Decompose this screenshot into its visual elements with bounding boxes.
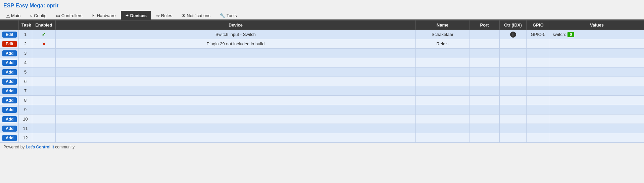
enabled-cell: ✓ [32, 30, 56, 39]
nav-label-controllers: Controllers [61, 13, 83, 18]
table-row: Add5 [0, 67, 644, 77]
ctr-idx-cell [500, 77, 527, 86]
add-button[interactable]: Add [2, 88, 17, 94]
port-cell [469, 124, 500, 133]
controllers-icon: ▭ [56, 13, 60, 18]
devices-icon: ✦ [125, 13, 129, 18]
nav-item-hardware[interactable]: ✂Hardware [87, 11, 120, 20]
table-row: Edit2✕Plugin 29 not included in buildRel… [0, 39, 644, 49]
device-label: Schakelaar [416, 30, 469, 39]
gpio-cell [527, 133, 550, 143]
device-name [56, 105, 416, 115]
task-number: 8 [19, 96, 32, 105]
row-btn-cell: Add [0, 115, 19, 124]
add-button[interactable]: Add [2, 116, 17, 122]
ctr-idx-cell [500, 96, 527, 105]
row-btn-cell: Add [0, 96, 19, 105]
nav-item-rules[interactable]: ⇒Rules [152, 11, 177, 20]
add-button[interactable]: Add [2, 107, 17, 113]
device-label [416, 67, 469, 77]
nav-label-rules: Rules [161, 13, 172, 18]
ctr-idx-cell [500, 67, 527, 77]
hardware-icon: ✂ [92, 13, 95, 18]
task-number: 4 [19, 58, 32, 67]
task-number: 10 [19, 115, 32, 124]
nav-label-config: Config [34, 13, 47, 18]
footer: Powered by Let's Control It community [0, 143, 644, 151]
add-button[interactable]: Add [2, 60, 17, 66]
device-label [416, 105, 469, 115]
enabled-cell [32, 67, 56, 77]
device-name [56, 49, 416, 58]
ctr-idx-cell [500, 49, 527, 58]
task-number: 5 [19, 67, 32, 77]
device-label: Relais [416, 39, 469, 49]
page-title: ESP Easy Mega: oprit [0, 0, 644, 10]
port-cell [469, 30, 500, 39]
device-label [416, 96, 469, 105]
ctr-idx-cell [500, 105, 527, 115]
nav-item-config[interactable]: ○Config [26, 11, 51, 20]
col-header-port: Port [469, 20, 500, 30]
nav-item-notifications[interactable]: ✉Notifications [177, 11, 215, 20]
port-cell [469, 67, 500, 77]
ctr-idx-cell [500, 39, 527, 49]
table-row: Add4 [0, 58, 644, 67]
ctr-idx-cell [500, 124, 527, 133]
device-name [56, 86, 416, 96]
config-icon: ○ [30, 13, 33, 18]
row-btn-cell: Add [0, 77, 19, 86]
table-row: Add12 [0, 133, 644, 143]
values-cell [550, 105, 644, 115]
values-cell [550, 86, 644, 96]
notifications-icon: ✉ [182, 13, 185, 18]
row-btn-cell: Edit [0, 39, 19, 49]
device-name [56, 133, 416, 143]
ctr-idx-cell [500, 115, 527, 124]
values-cell [550, 77, 644, 86]
nav-item-devices[interactable]: ✦Devices [121, 11, 151, 20]
row-btn-cell: Add [0, 124, 19, 133]
port-cell [469, 86, 500, 96]
nav-label-main: Main [11, 13, 20, 18]
gpio-cell [527, 115, 550, 124]
values-cell: switch:0 [550, 30, 644, 39]
add-button[interactable]: Add [2, 69, 17, 75]
enabled-cell [32, 133, 56, 143]
check-icon: ✓ [42, 32, 46, 37]
col-header-btn [0, 20, 19, 30]
add-button[interactable]: Add [2, 50, 17, 56]
nav-item-controllers[interactable]: ▭Controllers [52, 11, 87, 20]
gpio-cell [527, 58, 550, 67]
navigation: △Main○Config▭Controllers✂Hardware✦Device… [0, 10, 644, 20]
values-cell [550, 115, 644, 124]
task-number: 1 [19, 30, 32, 39]
table-row: Add9 [0, 105, 644, 115]
table-row: Edit1✓Switch input - SwitchSchakelaariGP… [0, 30, 644, 39]
add-button[interactable]: Add [2, 79, 17, 85]
edit-button[interactable]: Edit [2, 32, 17, 38]
values-cell [550, 49, 644, 58]
device-name: Switch input - Switch [56, 30, 416, 39]
footer-link[interactable]: Let's Control It [26, 145, 54, 149]
add-button[interactable]: Add [2, 126, 17, 132]
port-cell [469, 115, 500, 124]
table-row: Add8 [0, 96, 644, 105]
table-row: Add10 [0, 115, 644, 124]
table-row: Add3 [0, 49, 644, 58]
task-number: 2 [19, 39, 32, 49]
edit-button[interactable]: Edit [2, 41, 17, 47]
footer-suffix: community [54, 145, 75, 149]
value-badge: 0 [567, 32, 575, 37]
nav-item-main[interactable]: △Main [2, 11, 25, 20]
nav-item-tools[interactable]: 🔧Tools [215, 11, 241, 20]
row-btn-cell: Add [0, 105, 19, 115]
enabled-cell [32, 86, 56, 96]
add-button[interactable]: Add [2, 97, 17, 103]
cross-icon: ✕ [42, 41, 46, 47]
ctr-idx-cell [500, 58, 527, 67]
task-number: 3 [19, 49, 32, 58]
table-row: Add11 [0, 124, 644, 133]
nav-label-hardware: Hardware [97, 13, 115, 18]
add-button[interactable]: Add [2, 135, 17, 141]
